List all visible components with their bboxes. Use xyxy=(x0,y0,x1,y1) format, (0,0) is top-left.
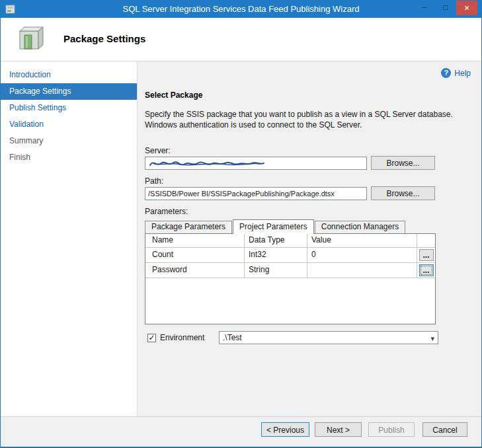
environment-selected-value: .\Test xyxy=(223,333,242,342)
parameters-grid-panel: Name Data Type Value Count Int32 0 ... xyxy=(145,233,436,324)
environment-dropdown[interactable]: .\Test ▾ xyxy=(219,331,438,344)
grid-header-row: Name Data Type Value xyxy=(145,234,435,248)
help-link[interactable]: ? Help xyxy=(441,68,471,78)
sidebar-item-validation[interactable]: Validation xyxy=(1,116,137,133)
parameters-tab-strip: Package Parameters Project Parameters Co… xyxy=(145,219,436,233)
cell-data-type: String xyxy=(245,263,307,278)
wizard-footer: < Previous Next > Publish Cancel xyxy=(1,416,481,447)
sidebar-item-package-settings[interactable]: Package Settings xyxy=(1,83,137,100)
cell-name: Count xyxy=(145,248,245,262)
cell-value[interactable] xyxy=(307,263,417,278)
wizard-header: Package Settings xyxy=(1,18,481,61)
next-button[interactable]: Next > xyxy=(315,422,362,437)
cancel-button[interactable]: Cancel xyxy=(422,422,467,437)
package-settings-icon xyxy=(17,25,44,53)
column-header-actions xyxy=(417,234,435,247)
column-header-name[interactable]: Name xyxy=(145,234,245,247)
title-bar: SQL Server Integration Services Data Fee… xyxy=(1,1,481,18)
close-button[interactable]: ✕ xyxy=(456,1,477,15)
edit-value-button[interactable]: ... xyxy=(419,249,434,261)
section-description: Specify the SSIS package that you want t… xyxy=(145,109,458,130)
parameters-label: Parameters: xyxy=(145,207,188,216)
maximize-button[interactable]: □ xyxy=(436,1,455,15)
publish-button: Publish xyxy=(368,422,415,437)
parameters-block: Package Parameters Project Parameters Co… xyxy=(145,219,436,324)
sidebar-item-finish: Finish xyxy=(1,149,137,166)
column-header-value[interactable]: Value xyxy=(307,234,417,247)
section-title: Select Package xyxy=(145,91,202,100)
sidebar-item-summary: Summary xyxy=(1,133,137,149)
help-label: Help xyxy=(454,69,471,78)
sidebar-item-publish-settings[interactable]: Publish Settings xyxy=(1,100,137,116)
tab-connection-managers[interactable]: Connection Managers xyxy=(315,221,405,233)
environment-checkbox[interactable]: ✓ xyxy=(147,334,156,342)
edit-value-button[interactable]: ... xyxy=(419,264,434,276)
table-row[interactable]: Count Int32 0 ... xyxy=(145,248,435,263)
wizard-steps-sidebar: Introduction Package Settings Publish Se… xyxy=(1,61,138,416)
server-label: Server: xyxy=(145,146,171,155)
cell-actions: ... xyxy=(417,263,435,278)
tab-package-parameters[interactable]: Package Parameters xyxy=(145,221,232,233)
column-header-data-type[interactable]: Data Type xyxy=(245,234,307,247)
cell-name: Password xyxy=(145,263,245,278)
sidebar-item-introduction[interactable]: Introduction xyxy=(1,67,137,83)
help-icon: ? xyxy=(441,68,451,78)
chevron-down-icon: ▾ xyxy=(430,332,434,344)
cell-actions: ... xyxy=(417,248,435,262)
minimize-button[interactable]: – xyxy=(415,1,434,15)
cell-value[interactable]: 0 xyxy=(307,248,417,262)
table-row[interactable]: Password String ... xyxy=(145,263,435,278)
path-browse-button[interactable]: Browse... xyxy=(371,186,435,200)
window-title: SQL Server Integration Services Data Fee… xyxy=(1,4,481,14)
main-content: ? Help Select Package Specify the SSIS p… xyxy=(138,61,481,416)
page-title: Package Settings xyxy=(63,33,145,44)
server-browse-button[interactable]: Browse... xyxy=(371,156,435,170)
cell-data-type: Int32 xyxy=(245,248,307,262)
previous-button[interactable]: < Previous xyxy=(261,422,309,437)
server-input[interactable] xyxy=(145,157,367,170)
parameters-grid: Name Data Type Value Count Int32 0 ... xyxy=(145,234,435,278)
path-input[interactable] xyxy=(145,187,367,200)
tab-project-parameters[interactable]: Project Parameters xyxy=(233,219,314,234)
path-label: Path: xyxy=(145,176,163,186)
wizard-window: SQL Server Integration Services Data Fee… xyxy=(0,0,482,448)
environment-label: Environment xyxy=(160,333,204,342)
